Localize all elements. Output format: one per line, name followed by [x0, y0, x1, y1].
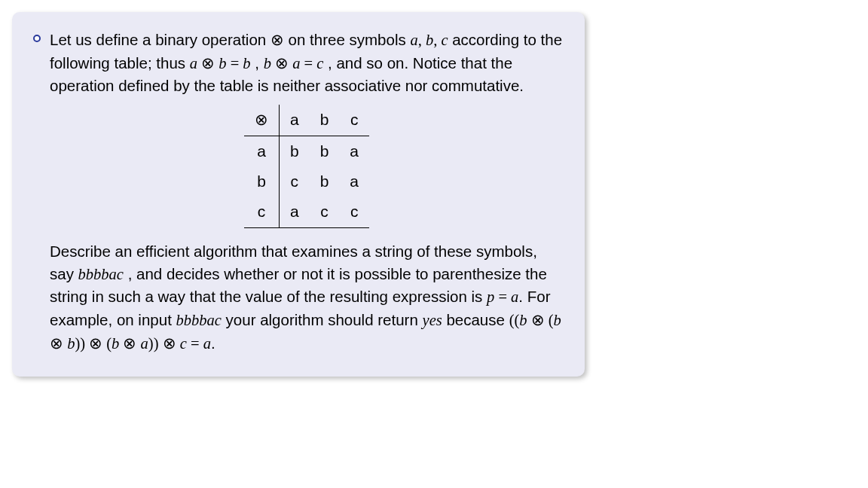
cell: a [339, 136, 369, 166]
otimes-icon: ⊗ [531, 311, 545, 328]
table-row: c a c c [244, 197, 369, 227]
expr: b [519, 312, 530, 328]
example-string: bbbbac [78, 266, 124, 282]
expr: c [176, 335, 191, 352]
cell: c [339, 197, 369, 227]
text-run: because [442, 311, 509, 328]
operation-table: ⊗ a b c a b b a b c b a c [244, 105, 369, 228]
row-head: b [244, 166, 280, 197]
text-run: . [211, 334, 215, 352]
paren: )) [75, 335, 89, 352]
cell: c [310, 197, 340, 227]
otimes-icon: ⊗ [89, 334, 102, 352]
expr: a [190, 55, 201, 72]
cell: c [279, 166, 309, 197]
equals: = [231, 55, 243, 72]
bullet-marker-icon [33, 35, 41, 42]
expr: b [554, 312, 561, 328]
otimes-icon: ⊗ [201, 54, 215, 72]
cell: b [279, 136, 309, 166]
otimes-icon: ⊗ [270, 31, 284, 48]
symbol-c: c [441, 32, 448, 48]
expr: b [63, 335, 75, 352]
paren: (( [509, 312, 520, 328]
equals: = [304, 55, 317, 72]
symbol-a: a [410, 32, 417, 48]
equals: = [498, 288, 511, 305]
text-run: Let us define a binary operation [50, 31, 270, 48]
otimes-icon: ⊗ [50, 334, 63, 352]
otimes-icon: ⊗ [123, 334, 136, 352]
cell: a [279, 197, 309, 227]
equals: = [191, 335, 203, 352]
expr: a [203, 335, 211, 352]
expr: b [112, 335, 123, 352]
otimes-icon: ⊗ [163, 334, 176, 352]
table-row: b c b a [244, 166, 369, 197]
cell: a [339, 166, 369, 197]
expr: b [264, 55, 275, 72]
para1-text: Let us define a binary operation ⊗ on th… [50, 31, 562, 94]
example-string: bbbbac [176, 312, 222, 328]
expr: c [316, 55, 323, 72]
text-run: , and decides whether or not it is possi… [50, 265, 547, 306]
paren: ( [545, 312, 554, 328]
para2-text: Describe an efficient algorithm that exa… [50, 240, 564, 355]
expr: a [289, 55, 304, 72]
symbol-p: p [487, 288, 498, 305]
symbol-b: b [426, 32, 433, 48]
paren: ( [102, 335, 112, 352]
paren: )) [148, 335, 163, 352]
cell: b [310, 136, 340, 166]
bullet-item: Let us define a binary operation ⊗ on th… [33, 29, 564, 355]
expr: b [243, 55, 250, 72]
col-head: b [310, 105, 340, 136]
text-run: , [251, 54, 264, 72]
bullet-content: Let us define a binary operation ⊗ on th… [50, 29, 564, 355]
cell: b [310, 166, 340, 197]
row-head: a [244, 136, 280, 166]
symbol-a: a [511, 288, 518, 305]
col-head: c [339, 105, 369, 136]
table-corner-otimes-icon: ⊗ [244, 105, 280, 136]
problem-slide: Let us define a binary operation ⊗ on th… [12, 12, 585, 377]
row-head: c [244, 197, 280, 227]
table-header-row: ⊗ a b c [244, 105, 369, 136]
expr: b [215, 55, 231, 72]
text-run: , [418, 32, 426, 48]
expr: a [136, 335, 148, 352]
text-run: on three symbols [284, 31, 411, 48]
otimes-icon: ⊗ [275, 54, 289, 72]
table-row: a b b a [244, 136, 369, 166]
text-run: your algorithm should return [222, 311, 423, 328]
col-head: a [279, 105, 309, 136]
text-run: , [433, 32, 441, 48]
answer-yes: yes [423, 312, 442, 328]
